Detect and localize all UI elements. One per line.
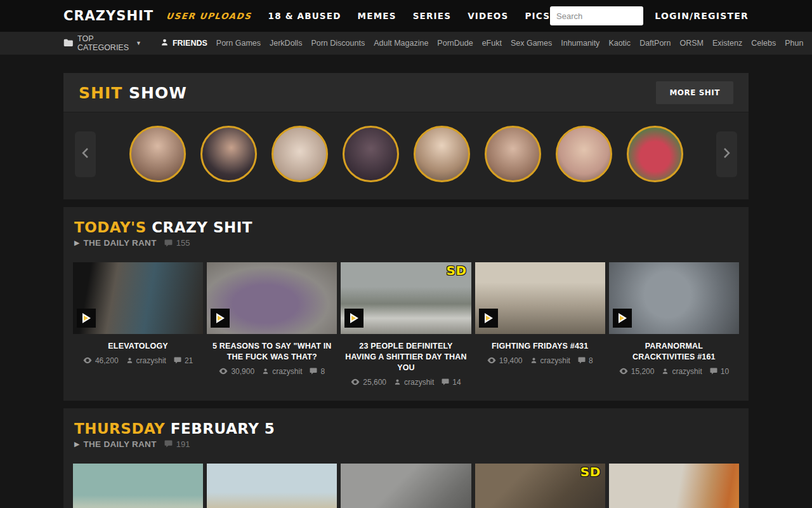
video-meta: 25,600 crazyshit 14: [341, 378, 471, 387]
video-title[interactable]: 23 PEOPLE DEFINITELY HAVING A SHITTIER D…: [341, 341, 471, 373]
login-register-link[interactable]: LOGIN/REGISTER: [655, 11, 749, 21]
top-categories-dropdown[interactable]: TOP CATEGORIES ▼: [63, 34, 141, 52]
partner-links: Porn Games JerkDolls Porn Discounts Adul…: [216, 39, 804, 48]
video-card[interactable]: PARANORMAL CRACKTIVITIES #161 15,200: [609, 262, 739, 387]
video-title[interactable]: PARANORMAL CRACKTIVITIES #161: [609, 341, 739, 363]
nav-item[interactable]: VIDEOS: [468, 11, 508, 21]
carousel-avatar[interactable]: [485, 126, 541, 182]
user-icon: [262, 368, 269, 375]
subnav-link[interactable]: Adult Magazine: [374, 39, 428, 48]
video-meta: 19,400 crazyshit 8: [475, 356, 605, 365]
subnav-link[interactable]: Celebs: [751, 39, 776, 48]
daily-rant-link[interactable]: THE DAILY RANT: [83, 439, 156, 449]
play-button[interactable]: [613, 309, 632, 328]
video-thumbnail[interactable]: [207, 262, 337, 334]
subnav-link[interactable]: eFukt: [482, 39, 502, 48]
subnav-link[interactable]: Porn Games: [216, 39, 261, 48]
carousel-avatar[interactable]: [200, 126, 257, 182]
search-input[interactable]: [550, 11, 643, 21]
video-thumbnail[interactable]: [73, 262, 203, 334]
video-card[interactable]: [609, 464, 739, 508]
friends-link[interactable]: FRIENDS: [160, 38, 207, 48]
user-icon: [394, 378, 401, 385]
subnav-link[interactable]: Kaotic: [608, 39, 631, 48]
author-name[interactable]: crazyshit: [136, 356, 166, 365]
main-nav: USER UPLOADS 18 & ABUSED MEMES SERIES VI…: [166, 11, 550, 21]
author-name[interactable]: crazyshit: [540, 356, 570, 365]
carousel-avatar[interactable]: [627, 126, 683, 182]
subnav-link[interactable]: ORSM: [679, 39, 704, 48]
author-name[interactable]: crazyshit: [672, 367, 702, 376]
carousel-avatar[interactable]: [343, 126, 399, 182]
friends-label: FRIENDS: [173, 39, 207, 48]
play-triangle-icon: ▶: [74, 440, 79, 448]
comment-count: 8: [320, 367, 325, 376]
video-meta: 15,200 crazyshit 10: [609, 367, 739, 376]
subnav-link[interactable]: PornDude: [437, 39, 473, 48]
chevron-right-icon: [723, 147, 730, 161]
video-meta: 46,200 crazyshit 21: [73, 356, 203, 365]
comment-icon: [442, 378, 449, 385]
nav-item[interactable]: PICS: [525, 11, 550, 21]
video-thumbnail[interactable]: [609, 262, 739, 334]
nav-item[interactable]: 18 & ABUSED: [268, 11, 341, 21]
video-card[interactable]: [73, 464, 203, 508]
carousel-avatar[interactable]: [129, 126, 186, 182]
daily-rant-link[interactable]: THE DAILY RANT: [83, 238, 156, 248]
nav-item[interactable]: MEMES: [358, 11, 396, 21]
subnav-link[interactable]: Phun: [785, 39, 803, 48]
avatar-carousel: [63, 112, 749, 199]
comment-icon: [164, 440, 173, 448]
video-thumbnail[interactable]: [609, 464, 739, 508]
play-button[interactable]: [77, 309, 96, 328]
video-thumbnail[interactable]: [475, 262, 605, 334]
video-thumbnail[interactable]: SD: [475, 464, 605, 508]
video-card[interactable]: 5 REASONS TO SAY "WHAT IN THE FUCK WAS T…: [207, 262, 337, 387]
view-count: 46,200: [95, 356, 119, 365]
video-thumbnail[interactable]: [341, 464, 471, 508]
video-card[interactable]: [341, 464, 471, 508]
play-triangle-icon: ▶: [74, 239, 79, 247]
subnav-link[interactable]: DaftPorn: [639, 39, 671, 48]
nav-item[interactable]: USER UPLOADS: [166, 11, 252, 21]
video-card[interactable]: [207, 464, 337, 508]
subnav-link[interactable]: Existenz: [712, 39, 742, 48]
comment-count: 191: [176, 439, 190, 449]
subnav-link[interactable]: Sex Games: [511, 39, 552, 48]
video-thumbnail[interactable]: [207, 464, 337, 508]
eye-icon: [351, 378, 360, 385]
view-count: 25,600: [363, 378, 386, 387]
play-button[interactable]: [344, 309, 363, 328]
subnav-link[interactable]: Inhumanity: [561, 39, 599, 48]
play-button[interactable]: [211, 309, 230, 328]
more-shit-button[interactable]: MORE SHIT: [656, 81, 733, 104]
carousel-next-button[interactable]: [716, 131, 737, 177]
chevron-left-icon: [82, 147, 89, 161]
comment-icon: [164, 239, 173, 247]
carousel-prev-button[interactable]: [75, 131, 96, 177]
eye-icon: [219, 368, 228, 375]
video-card[interactable]: ELEVATOLOGY 46,200: [73, 262, 203, 387]
video-thumbnail[interactable]: [73, 464, 203, 508]
video-title[interactable]: FIGHTING FRIDAYS #431: [475, 341, 605, 352]
subnav-link[interactable]: Porn Discounts: [311, 39, 365, 48]
carousel-avatar[interactable]: [414, 126, 470, 182]
carousel-avatar[interactable]: [272, 126, 328, 182]
play-button[interactable]: [479, 309, 498, 328]
comment-icon: [310, 368, 317, 375]
carousel-avatar[interactable]: [556, 126, 612, 182]
top-categories-label: TOP CATEGORIES: [77, 34, 129, 52]
author-name[interactable]: crazyshit: [404, 378, 434, 387]
video-title[interactable]: ELEVATOLOGY: [73, 341, 203, 352]
subnav-link[interactable]: JerkDolls: [270, 39, 302, 48]
video-card[interactable]: SD: [475, 464, 605, 508]
site-logo[interactable]: CRAZYSHIT: [63, 8, 154, 23]
video-thumbnail[interactable]: SD: [341, 262, 471, 334]
sd-badge: SD: [580, 464, 601, 479]
subnav: TOP CATEGORIES ▼ FRIENDS Porn Games Jerk…: [0, 32, 812, 55]
video-card[interactable]: FIGHTING FRIDAYS #431 19,400: [475, 262, 605, 387]
author-name[interactable]: crazyshit: [272, 367, 302, 376]
nav-item[interactable]: SERIES: [413, 11, 452, 21]
video-card[interactable]: SD 23 PEOPLE DEFINITELY HAVING A SHITTIE…: [341, 262, 471, 387]
video-title[interactable]: 5 REASONS TO SAY "WHAT IN THE FUCK WAS T…: [207, 341, 337, 363]
